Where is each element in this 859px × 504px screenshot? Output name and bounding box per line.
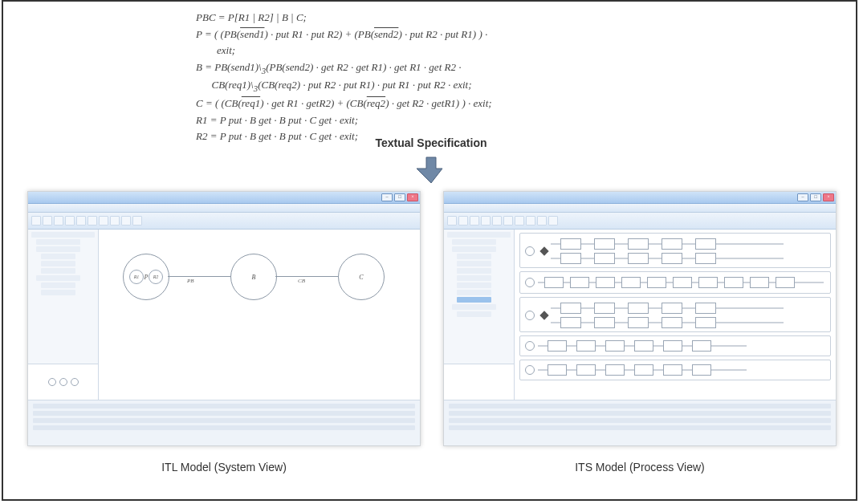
menu-bar[interactable] [444, 204, 836, 213]
spec-line: PBC = P[R1 | R2] | B | C; [196, 10, 678, 26]
resource-node-R1[interactable]: R1 [129, 270, 144, 284]
toolbar-button[interactable] [110, 216, 120, 226]
spec-caption: Textual Specification [3, 136, 859, 149]
sidebar [444, 230, 515, 400]
toolbar-button[interactable] [548, 216, 558, 226]
its-caption: ITS Model (Process View) [443, 461, 837, 474]
toolbar-button[interactable] [537, 216, 547, 226]
model-tree[interactable] [444, 230, 514, 364]
toolbar-button[interactable] [31, 216, 41, 226]
diagram-canvas[interactable] [515, 230, 836, 400]
process-lane[interactable] [519, 335, 831, 356]
spec-line: P = ( (PB(send1) · put R1 · put R2) + (P… [196, 26, 678, 43]
output-panel[interactable] [28, 400, 420, 446]
process-node-B[interactable]: B [230, 254, 277, 300]
its-screenshot: – □ × [443, 191, 837, 446]
textual-specification: PBC = P[R1 | R2] | B | C; P = ( (PB(send… [196, 10, 678, 145]
spec-line: CB(req1)\3(CB(req2) · put R2 · put R1) ·… [196, 77, 678, 95]
resource-node-R2[interactable]: R2 [149, 270, 163, 284]
close-button[interactable]: × [407, 193, 418, 201]
toolbar-button[interactable] [481, 216, 491, 226]
maximize-button[interactable]: □ [394, 193, 405, 201]
itl-caption: ITL Model (System View) [27, 461, 421, 474]
toolbar-button[interactable] [526, 216, 535, 226]
toolbar-button[interactable] [447, 216, 457, 226]
figure-frame: PBC = P[R1 | R2] | B | C; P = ( (PB(send… [2, 0, 857, 501]
process-lane[interactable] [519, 297, 831, 332]
minimize-button[interactable]: – [797, 193, 808, 201]
arrow-down-icon [417, 156, 446, 185]
close-button[interactable]: × [823, 193, 834, 201]
spec-line: R1 = P put · B get · B put · C get · exi… [196, 112, 678, 128]
sidebar [28, 230, 99, 400]
window-titlebar: – □ × [28, 192, 420, 204]
toolbar [28, 213, 420, 230]
process-lane[interactable] [519, 271, 831, 294]
toolbar-button[interactable] [88, 216, 97, 226]
toolbar-button[interactable] [458, 216, 468, 226]
diagram-canvas[interactable]: P R1 R2 PB B CB C [99, 230, 420, 400]
toolbar [444, 213, 836, 230]
spec-line: C = ( (CB(req1) · get R1 · getR2) + (CB(… [196, 96, 678, 112]
edge-PB [168, 276, 230, 277]
spec-line: exit; [196, 43, 678, 59]
toolbar-button[interactable] [503, 216, 513, 226]
process-lane[interactable] [519, 233, 831, 268]
output-panel[interactable] [444, 400, 836, 446]
minimize-button[interactable]: – [381, 193, 393, 201]
body-area [444, 230, 836, 400]
toolbar-button[interactable] [515, 216, 524, 226]
minimap[interactable] [28, 364, 98, 400]
toolbar-button[interactable] [76, 216, 86, 226]
process-node-C[interactable]: C [338, 254, 385, 300]
window-titlebar: – □ × [444, 192, 836, 204]
maximize-button[interactable]: □ [810, 193, 821, 201]
toolbar-button[interactable] [470, 216, 479, 226]
toolbar-button[interactable] [492, 216, 502, 226]
process-lane[interactable] [519, 360, 831, 380]
spec-line: B = PB(send1)\3(PB(send2) · get R2 · get… [196, 59, 678, 77]
toolbar-button[interactable] [132, 216, 142, 226]
menu-bar[interactable] [28, 204, 420, 213]
toolbar-button[interactable] [43, 216, 52, 226]
toolbar-button[interactable] [54, 216, 63, 226]
toolbar-button[interactable] [65, 216, 75, 226]
props-pane[interactable] [444, 364, 514, 400]
edge-label-PB: PB [187, 278, 194, 284]
edge-label-CB: CB [298, 278, 305, 284]
itl-screenshot: – □ × [27, 191, 421, 446]
toolbar-button[interactable] [99, 216, 108, 226]
model-tree[interactable] [28, 230, 98, 364]
body-area: P R1 R2 PB B CB C [28, 230, 420, 400]
toolbar-button[interactable] [121, 216, 131, 226]
edge-CB [275, 276, 338, 277]
